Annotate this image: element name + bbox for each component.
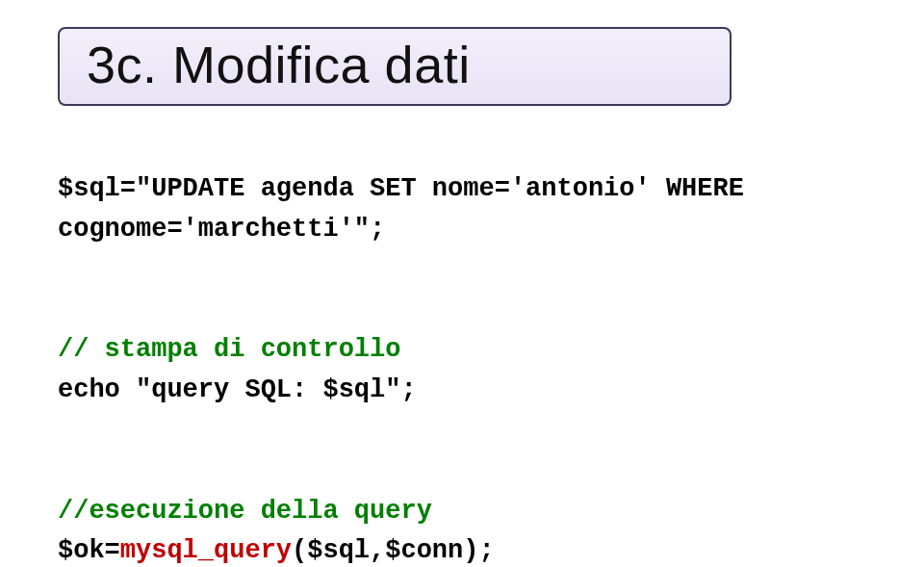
slide: 3c. Modifica dati $sql="UPDATE agenda SE… (0, 0, 924, 567)
code-line-5c: ($sql,$conn); (292, 536, 495, 565)
code-line-5a: $ok= (58, 536, 120, 565)
code-comment-2: //esecuzione della query (58, 497, 432, 526)
code-func-mysql-query: mysql_query (120, 536, 292, 565)
code-line-1b: cognome='marchetti'"; (58, 215, 385, 244)
code-block: $sql="UPDATE agenda SET nome='antonio' W… (58, 129, 866, 567)
code-line-1a: $sql="UPDATE agenda SET nome='antonio' W… (58, 174, 744, 203)
code-line-3: echo "query SQL: $sql"; (58, 375, 417, 404)
title-box: 3c. Modifica dati (58, 27, 732, 106)
slide-title: 3c. Modifica dati (87, 36, 471, 93)
code-comment-1: // stampa di controllo (58, 335, 400, 364)
